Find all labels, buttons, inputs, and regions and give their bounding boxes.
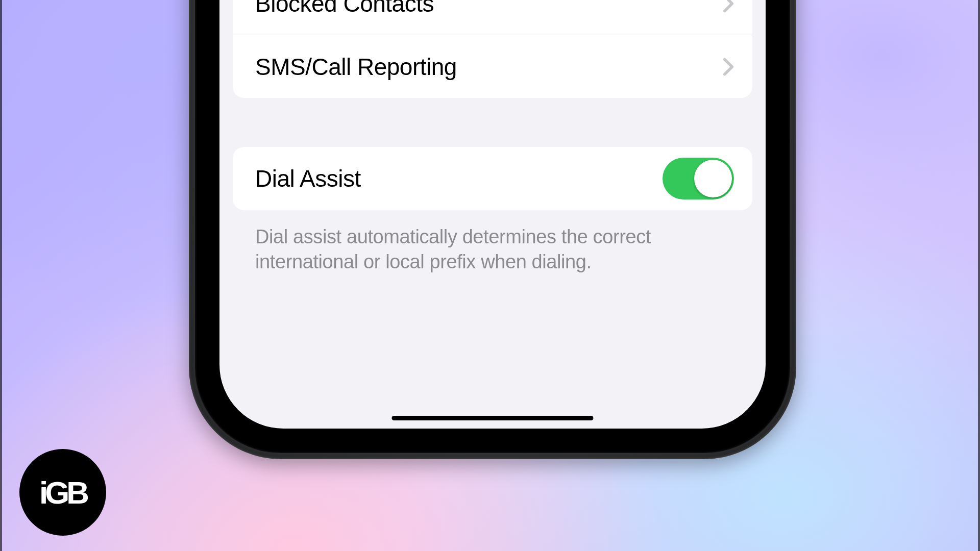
iphone-bezel: Call Blocking & Identification Blocked C…	[195, 0, 790, 453]
settings-card-call-management: Call Blocking & Identification Blocked C…	[233, 0, 752, 98]
dial-assist-description: Dial assist automatically determines the…	[233, 224, 752, 274]
settings-phone-section: Call Blocking & Identification Blocked C…	[219, 0, 766, 398]
row-label: Blocked Contacts	[255, 0, 434, 17]
row-dial-assist: Dial Assist	[233, 147, 752, 210]
toggle-knob	[694, 160, 732, 197]
settings-card-dial-assist: Dial Assist	[233, 147, 752, 210]
chevron-right-icon	[723, 0, 734, 14]
row-blocked-contacts[interactable]: Blocked Contacts	[233, 0, 752, 35]
crop-bar-right	[978, 0, 980, 551]
dial-assist-toggle[interactable]	[663, 158, 734, 199]
chevron-right-icon	[723, 57, 734, 77]
iphone-screen: Call Blocking & Identification Blocked C…	[219, 0, 766, 429]
row-sms-call-reporting[interactable]: SMS/Call Reporting	[233, 35, 752, 98]
dial-assist-label: Dial Assist	[255, 165, 361, 192]
row-label: SMS/Call Reporting	[255, 53, 457, 81]
igb-logo-badge: iGB	[19, 449, 106, 536]
igb-logo-text: iGB	[39, 474, 86, 511]
home-indicator[interactable]	[392, 416, 594, 420]
crop-bar-left	[0, 0, 2, 551]
iphone-frame: Call Blocking & Identification Blocked C…	[189, 0, 796, 459]
